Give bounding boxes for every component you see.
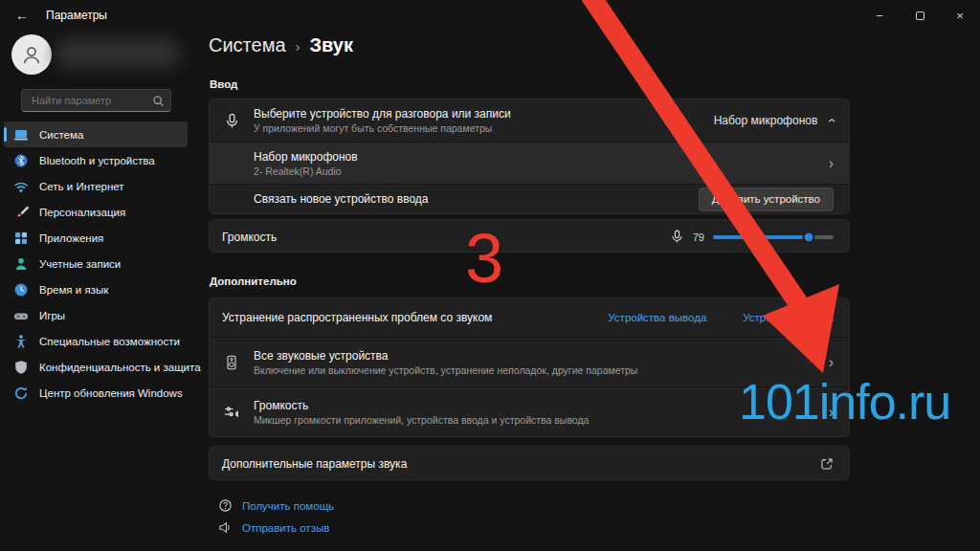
picker-subtitle: У приложений могут быть собственные пара… bbox=[254, 122, 511, 134]
input-devices-card: Выберите устройство для разговора или за… bbox=[209, 99, 850, 214]
section-header-input: Ввод bbox=[210, 78, 237, 90]
breadcrumb-system[interactable]: Система bbox=[209, 34, 286, 56]
send-feedback-link[interactable]: Отправить отзыв bbox=[218, 520, 329, 535]
input-devices-link[interactable]: Устройства ввода bbox=[743, 312, 834, 323]
close-icon: × bbox=[956, 9, 964, 23]
get-help-label: Получить помощь bbox=[242, 500, 334, 512]
sidebar-item-bluetooth[interactable]: Bluetooth и устройства bbox=[4, 147, 188, 173]
sidebar-item-label: Игры bbox=[39, 310, 65, 321]
breadcrumb: Система › Звук bbox=[209, 34, 353, 56]
window-controls: − × bbox=[859, 0, 980, 31]
help-icon bbox=[218, 498, 233, 513]
minimize-icon: − bbox=[876, 9, 883, 23]
sidebar-item-accessibility[interactable]: Специальные возможности bbox=[4, 328, 188, 354]
chevron-right-icon: › bbox=[829, 355, 834, 370]
troubleshoot-title: Устранение распространенных проблем со з… bbox=[222, 311, 492, 324]
accessibility-icon bbox=[13, 334, 29, 349]
shield-icon bbox=[13, 360, 29, 375]
more-sound-title: Дополнительные параметры звука bbox=[222, 457, 407, 471]
apps-grid-icon bbox=[13, 231, 29, 246]
app-title: Параметры bbox=[46, 9, 107, 22]
picker-selected-value: Набор микрофонов bbox=[714, 114, 818, 127]
search-box[interactable] bbox=[21, 89, 171, 112]
sidebar-item-label: Специальные возможности bbox=[39, 336, 180, 347]
sidebar-item-label: Сеть и Интернет bbox=[39, 181, 124, 192]
section-header-advanced: Дополнительно bbox=[210, 276, 297, 287]
brush-icon bbox=[13, 205, 29, 220]
gamepad-icon bbox=[13, 308, 29, 323]
search-icon bbox=[152, 95, 165, 107]
input-device-picker-row[interactable]: Выберите устройство для разговора или за… bbox=[210, 99, 849, 142]
sidebar-item-label: Bluetooth и устройства bbox=[39, 155, 155, 166]
sidebar-item-network[interactable]: Сеть и Интернет bbox=[4, 173, 188, 199]
sidebar-item-games[interactable]: Игры bbox=[4, 302, 188, 328]
settings-window: ← Параметры − × Система Bluetooth и уст bbox=[0, 0, 980, 551]
microphone-icon bbox=[224, 113, 240, 129]
sidebar-item-windows-update[interactable]: Центр обновления Windows bbox=[4, 380, 188, 406]
input-volume-row: Громкость 79 bbox=[210, 220, 849, 253]
annotation-step-number: 3 bbox=[465, 224, 503, 293]
more-sound-settings-row[interactable]: Дополнительные параметры звука bbox=[210, 447, 849, 480]
update-icon bbox=[13, 386, 29, 401]
speaker-device-icon bbox=[224, 355, 239, 370]
user-name-redacted bbox=[56, 38, 180, 69]
accounts-person-icon bbox=[13, 256, 29, 272]
chevron-right-icon: › bbox=[829, 156, 834, 171]
close-button[interactable]: × bbox=[940, 0, 980, 31]
sidebar-item-time-language[interactable]: Время и язык bbox=[4, 276, 188, 302]
mixer-title: Громкость bbox=[254, 399, 589, 412]
selection-pill bbox=[4, 127, 7, 142]
mixer-icon bbox=[224, 404, 240, 420]
picker-title: Выберите устройство для разговора или за… bbox=[254, 107, 511, 121]
titlebar: ← Параметры − × bbox=[0, 0, 980, 31]
sidebar-item-label: Центр обновления Windows bbox=[39, 387, 183, 399]
page-title: Звук bbox=[310, 34, 353, 56]
output-devices-link[interactable]: Устройства вывода bbox=[608, 312, 706, 323]
all-devices-title: Все звуковые устройства bbox=[254, 349, 637, 363]
watermark: 101info.ru bbox=[739, 373, 950, 430]
all-devices-subtitle: Включение или выключение устройств, устр… bbox=[254, 364, 637, 376]
more-sound-settings-card: Дополнительные параметры звука bbox=[209, 446, 850, 480]
device-title: Набор микрофонов bbox=[254, 150, 358, 164]
external-link-icon bbox=[820, 457, 834, 471]
volume-value: 79 bbox=[693, 231, 704, 243]
sidebar-item-accounts[interactable]: Учетные записи bbox=[4, 251, 188, 276]
sidebar-item-system[interactable]: Система bbox=[4, 121, 188, 147]
microphone-array-row[interactable]: Набор микрофонов 2- Realtek(R) Audio › bbox=[210, 142, 849, 184]
sidebar-item-label: Приложения bbox=[39, 232, 103, 244]
minimize-button[interactable]: − bbox=[859, 0, 900, 31]
breadcrumb-separator-icon: › bbox=[296, 38, 301, 55]
volume-slider-fill bbox=[713, 235, 809, 239]
sidebar-item-personalization[interactable]: Персонализация bbox=[4, 199, 188, 225]
sidebar-nav: Система Bluetooth и устройства Сеть и Ин… bbox=[4, 121, 188, 406]
pair-device-row: Связать новое устройство ввода Добавить … bbox=[210, 184, 849, 213]
person-icon bbox=[20, 43, 43, 66]
microphone-small-icon bbox=[670, 230, 684, 244]
search-input[interactable] bbox=[30, 94, 152, 107]
pair-title: Связать новое устройство ввода bbox=[254, 192, 428, 206]
system-icon bbox=[13, 127, 29, 143]
send-feedback-label: Отправить отзыв bbox=[242, 522, 329, 534]
troubleshoot-row: Устранение распространенных проблем со з… bbox=[210, 298, 849, 337]
add-device-button[interactable]: Добавить устройство bbox=[699, 187, 834, 211]
sidebar-item-apps[interactable]: Приложения bbox=[4, 225, 188, 251]
maximize-icon bbox=[916, 11, 924, 20]
sidebar-item-privacy[interactable]: Конфиденциальность и защита bbox=[4, 354, 188, 380]
sidebar-item-label: Конфиденциальность и защита bbox=[39, 362, 201, 373]
volume-slider-handle[interactable] bbox=[802, 231, 814, 243]
wifi-icon bbox=[13, 179, 29, 194]
sidebar-item-label: Учетные записи bbox=[39, 258, 121, 270]
device-subtitle: 2- Realtek(R) Audio bbox=[254, 165, 358, 177]
clock-icon bbox=[13, 282, 29, 298]
sidebar-item-label: Система bbox=[39, 129, 83, 141]
volume-card: Громкость 79 bbox=[209, 219, 850, 253]
get-help-link[interactable]: Получить помощь bbox=[218, 498, 334, 513]
back-button[interactable]: ← bbox=[6, 3, 38, 28]
maximize-button[interactable] bbox=[900, 0, 940, 31]
sidebar-item-label: Время и язык bbox=[39, 284, 108, 296]
avatar[interactable] bbox=[11, 34, 52, 75]
volume-title: Громкость bbox=[222, 231, 277, 244]
volume-slider[interactable] bbox=[713, 231, 834, 244]
chevron-up-icon: › bbox=[824, 119, 839, 123]
back-icon: ← bbox=[15, 8, 29, 23]
